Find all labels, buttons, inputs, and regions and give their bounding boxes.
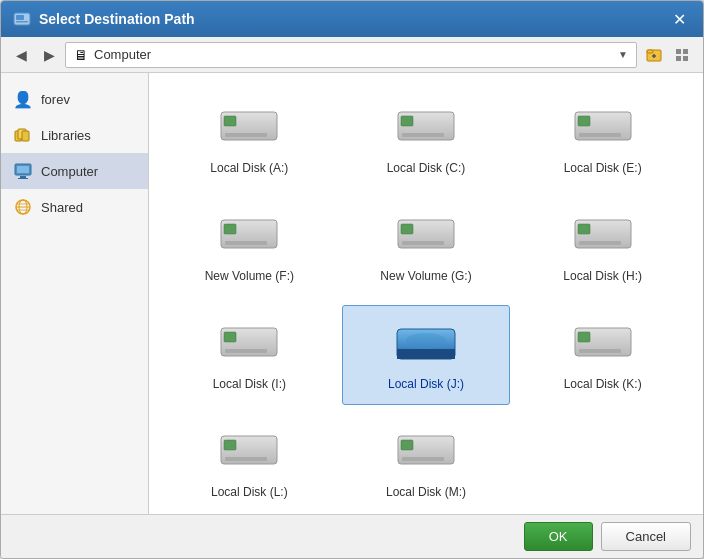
svg-rect-33 — [224, 224, 236, 234]
svg-rect-17 — [18, 178, 28, 179]
close-button[interactable]: ✕ — [667, 7, 691, 31]
svg-rect-49 — [579, 349, 621, 353]
drive-label-e: Local Disk (E:) — [564, 161, 642, 177]
svg-rect-34 — [225, 241, 267, 245]
toolbar: ◀ ▶ 🖥 Computer ▼ — [1, 37, 703, 73]
svg-rect-54 — [401, 440, 413, 450]
back-button[interactable]: ◀ — [9, 43, 33, 67]
drive-item-e[interactable]: Local Disk (E:) — [518, 89, 687, 189]
svg-rect-15 — [17, 166, 29, 173]
drive-icon-l — [220, 430, 278, 473]
file-icon-wrapper-a — [219, 100, 279, 155]
forward-button[interactable]: ▶ — [37, 43, 61, 67]
main-area: Local Disk (A:) Local Disk (C:) — [149, 73, 703, 514]
svg-rect-2 — [16, 21, 28, 23]
drive-label-f: New Volume (F:) — [205, 269, 294, 285]
drive-item-k[interactable]: Local Disk (K:) — [518, 305, 687, 405]
computer-icon — [13, 161, 33, 181]
svg-rect-51 — [224, 440, 236, 450]
file-icon-wrapper-e — [573, 100, 633, 155]
sidebar-label-shared: Shared — [41, 200, 83, 215]
drive-icon-h — [574, 214, 632, 257]
svg-rect-1 — [16, 15, 24, 20]
svg-rect-8 — [683, 49, 688, 54]
drive-item-c[interactable]: Local Disk (C:) — [342, 89, 511, 189]
sidebar-label-libraries: Libraries — [41, 128, 91, 143]
drive-label-l: Local Disk (L:) — [211, 485, 288, 501]
drive-icon-g — [397, 214, 455, 257]
drive-item-l[interactable]: Local Disk (L:) — [165, 413, 334, 513]
drive-label-a: Local Disk (A:) — [210, 161, 288, 177]
drive-label-c: Local Disk (C:) — [387, 161, 466, 177]
toolbar-actions — [641, 42, 695, 68]
view-icon — [674, 47, 690, 63]
drive-label-m: Local Disk (M:) — [386, 485, 466, 501]
svg-rect-13 — [22, 131, 29, 141]
dialog-title: Select Destination Path — [39, 11, 195, 27]
drive-icon-i — [220, 322, 278, 365]
svg-rect-30 — [578, 116, 590, 126]
svg-rect-55 — [402, 457, 444, 461]
drive-item-a[interactable]: Local Disk (A:) — [165, 89, 334, 189]
svg-rect-25 — [225, 133, 267, 137]
cancel-button[interactable]: Cancel — [601, 522, 691, 551]
view-button[interactable] — [669, 42, 695, 68]
drive-icon-a — [220, 106, 278, 149]
footer: OK Cancel — [1, 514, 703, 558]
dialog-icon — [13, 10, 31, 28]
svg-rect-31 — [579, 133, 621, 137]
address-text: Computer — [94, 47, 612, 62]
drive-item-g[interactable]: New Volume (G:) — [342, 197, 511, 297]
dialog: Select Destination Path ✕ ◀ ▶ 🖥 Computer… — [0, 0, 704, 559]
drive-label-h: Local Disk (H:) — [563, 269, 642, 285]
svg-rect-4 — [647, 50, 653, 53]
svg-rect-28 — [402, 133, 444, 137]
svg-rect-7 — [676, 49, 681, 54]
file-icon-wrapper-i — [219, 316, 279, 371]
svg-rect-52 — [225, 457, 267, 461]
drive-icon-c — [397, 106, 455, 149]
drive-icon-j — [395, 321, 457, 366]
svg-rect-42 — [224, 332, 236, 342]
file-icon-wrapper-h — [573, 208, 633, 263]
drive-item-m[interactable]: Local Disk (M:) — [342, 413, 511, 513]
sidebar-item-computer[interactable]: Computer — [1, 153, 148, 189]
file-icon-wrapper-k — [573, 316, 633, 371]
sidebar-item-libraries[interactable]: Libraries — [1, 117, 148, 153]
drive-icon-e — [574, 106, 632, 149]
svg-rect-36 — [401, 224, 413, 234]
svg-rect-10 — [683, 56, 688, 61]
drive-label-k: Local Disk (K:) — [564, 377, 642, 393]
sidebar: 👤 forev Libraries — [1, 73, 149, 514]
drive-item-h[interactable]: Local Disk (H:) — [518, 197, 687, 297]
svg-rect-45 — [397, 349, 455, 359]
drive-label-i: Local Disk (I:) — [213, 377, 286, 393]
drive-item-j[interactable]: Local Disk (J:) — [342, 305, 511, 405]
svg-rect-16 — [20, 176, 26, 178]
svg-rect-40 — [579, 241, 621, 245]
title-bar-left: Select Destination Path — [13, 10, 195, 28]
sidebar-item-forev[interactable]: 👤 forev — [1, 81, 148, 117]
content: 👤 forev Libraries — [1, 73, 703, 514]
address-dropdown-button[interactable]: ▼ — [618, 49, 628, 60]
svg-point-46 — [406, 333, 446, 349]
svg-rect-43 — [225, 349, 267, 353]
file-icon-wrapper-f — [219, 208, 279, 263]
sidebar-item-shared[interactable]: Shared — [1, 189, 148, 225]
address-bar: 🖥 Computer ▼ — [65, 42, 637, 68]
drive-item-i[interactable]: Local Disk (I:) — [165, 305, 334, 405]
file-icon-wrapper-m — [396, 424, 456, 479]
files-grid: Local Disk (A:) Local Disk (C:) — [165, 89, 687, 513]
file-icon-wrapper-l — [219, 424, 279, 479]
new-folder-button[interactable] — [641, 42, 667, 68]
drive-icon-f — [220, 214, 278, 257]
address-icon: 🖥 — [74, 47, 88, 63]
svg-rect-37 — [402, 241, 444, 245]
drive-label-g: New Volume (G:) — [380, 269, 471, 285]
file-icon-wrapper-c — [396, 100, 456, 155]
drive-item-f[interactable]: New Volume (F:) — [165, 197, 334, 297]
sidebar-label-forev: forev — [41, 92, 70, 107]
svg-rect-9 — [676, 56, 681, 61]
ok-button[interactable]: OK — [524, 522, 593, 551]
file-icon-wrapper-g — [396, 208, 456, 263]
